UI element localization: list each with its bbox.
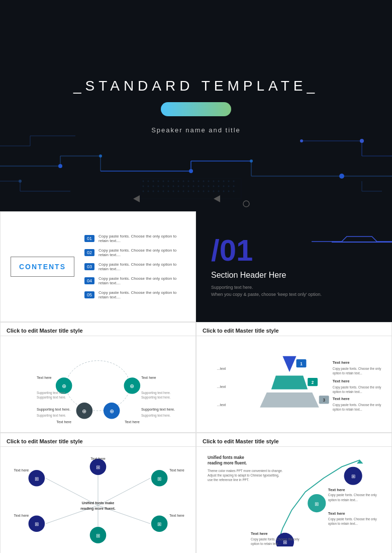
- svg-point-53: [208, 186, 210, 187]
- list-item: 04 Copy paste fonts. Choose the only opt…: [84, 276, 185, 285]
- flow-svg: ⊞ ⊞ ⊞ ⊞ ⊞ Unified fonts make reading mor…: [6, 451, 190, 546]
- svg-text:reading more fluent.: reading more fluent.: [208, 461, 247, 465]
- svg-text:Copy paste fonts. Choose the o: Copy paste fonts. Choose the only: [328, 493, 377, 497]
- svg-text:Text here: Text here: [169, 513, 184, 518]
- slide-7-title: Click to edit Master title style: [197, 433, 391, 447]
- svg-text:⊞: ⊞: [157, 476, 161, 482]
- svg-point-13: [250, 160, 253, 163]
- svg-text:⊕: ⊕: [130, 383, 134, 389]
- svg-point-12: [189, 169, 193, 173]
- svg-point-51: [198, 186, 200, 187]
- hero-pill: [161, 102, 231, 116]
- svg-point-48: [183, 186, 184, 187]
- svg-text:⊞: ⊞: [96, 464, 100, 470]
- svg-point-60: [148, 191, 149, 192]
- slide-cycle: Click to edit Master title style ⊕ ⊕ ⊕: [0, 322, 196, 433]
- svg-point-67: [183, 191, 184, 192]
- main-grid: _STANDARD TEMPLATE_ Speaker name and tit…: [0, 0, 392, 553]
- item-text: Copy paste fonts. Choose the only option…: [99, 290, 185, 299]
- hero-subtitle: Speaker name and title: [151, 126, 241, 134]
- svg-text:⊞: ⊞: [157, 521, 161, 527]
- contents-list: 01 Copy paste fonts. Choose the only opt…: [84, 234, 185, 299]
- slide-flow: Click to edit Master title style ⊞ ⊞ ⊞: [0, 433, 196, 553]
- svg-point-76: [228, 191, 230, 192]
- svg-point-50: [193, 186, 194, 187]
- slide-pyramid: Click to edit Master title style ...text…: [196, 322, 392, 433]
- svg-point-34: [208, 181, 210, 182]
- svg-point-59: [143, 191, 144, 192]
- svg-point-21: [143, 181, 144, 182]
- svg-point-43: [158, 186, 159, 187]
- svg-point-75: [223, 191, 225, 192]
- svg-text:Text here: Text here: [333, 360, 350, 365]
- arrow-svg: Unified fonts make reading more fluent. …: [202, 451, 386, 546]
- svg-point-36: [218, 181, 220, 182]
- svg-point-68: [188, 191, 189, 192]
- svg-text:Unified fonts make: Unified fonts make: [208, 455, 244, 460]
- svg-text:⊕: ⊕: [82, 408, 86, 414]
- hero-title: _STANDARD TEMPLATE_: [73, 78, 319, 94]
- svg-text:⊞: ⊞: [315, 501, 319, 507]
- svg-point-10: [58, 164, 62, 168]
- svg-point-28: [178, 181, 179, 182]
- item-number: 02: [84, 249, 94, 256]
- svg-text:Supporting text here.: Supporting text here.: [141, 407, 175, 412]
- svg-text:Copy paste fonts. Choose the o: Copy paste fonts. Choose the only: [328, 517, 377, 521]
- item-text: Copy paste fonts. Choose the only option…: [99, 262, 185, 271]
- svg-point-46: [173, 186, 174, 187]
- svg-point-24: [158, 181, 159, 182]
- svg-text:Text here: Text here: [328, 511, 345, 516]
- svg-point-90: [66, 361, 130, 411]
- svg-point-54: [213, 186, 215, 187]
- svg-text:⊞: ⊞: [35, 521, 39, 527]
- svg-text:Unified fonts make: Unified fonts make: [82, 501, 115, 505]
- svg-point-26: [168, 181, 169, 182]
- svg-point-39: [233, 181, 235, 182]
- section-title: Section Header Here: [211, 271, 377, 280]
- list-item: 05 Copy paste fonts. Choose the only opt…: [84, 290, 185, 299]
- section-decoration: [312, 226, 392, 247]
- svg-point-42: [153, 186, 154, 187]
- svg-point-57: [228, 186, 230, 187]
- svg-point-29: [183, 181, 184, 182]
- svg-text:use the reference line in PPT.: use the reference line in PPT.: [208, 478, 249, 482]
- svg-point-81: [300, 139, 303, 142]
- svg-point-71: [203, 191, 205, 192]
- svg-text:Supporting text here.: Supporting text here.: [141, 396, 171, 400]
- svg-text:Supporting text here.: Supporting text here.: [37, 391, 66, 395]
- list-item: 01 Copy paste fonts. Choose the only opt…: [84, 234, 185, 243]
- slide-hero: _STANDARD TEMPLATE_ Speaker name and tit…: [0, 0, 392, 211]
- svg-point-31: [193, 181, 194, 182]
- item-number: 03: [84, 263, 94, 270]
- svg-point-82: [360, 139, 364, 143]
- item-number: 05: [84, 291, 94, 298]
- svg-marker-120: [260, 392, 319, 408]
- svg-text:Supporting text here.: Supporting text here.: [37, 414, 66, 418]
- svg-text:Copy paste fonts. Choose the o: Copy paste fonts. Choose the only: [333, 385, 381, 389]
- svg-point-55: [218, 186, 220, 187]
- svg-point-89: [243, 201, 249, 207]
- svg-text:Theme color makes PPT more con: Theme color makes PPT more convenient to…: [208, 469, 283, 473]
- svg-point-14: [339, 174, 344, 179]
- svg-text:Adjust the spacing to adapt to: Adjust the spacing to adapt to Chinese t…: [208, 473, 279, 478]
- svg-text:...text: ...text: [217, 366, 226, 371]
- svg-point-49: [188, 186, 189, 187]
- svg-point-66: [178, 191, 179, 192]
- svg-text:Text here: Text here: [333, 397, 350, 401]
- item-number: 04: [84, 277, 94, 284]
- svg-text:Copy paste fonts. Choose the o: Copy paste fonts. Choose the only: [251, 537, 300, 541]
- svg-text:Text here: Text here: [333, 379, 350, 383]
- list-item: 02 Copy paste fonts. Choose the only opt…: [84, 248, 185, 257]
- svg-text:Text here: Text here: [125, 420, 140, 424]
- slide-6-title: Click to edit Master title style: [1, 433, 195, 447]
- svg-point-77: [233, 191, 235, 192]
- cycle-svg: ⊕ ⊕ ⊕ ⊕ Text here Supporting text here. …: [6, 340, 190, 426]
- svg-point-35: [213, 181, 215, 182]
- slide-4-content: ⊕ ⊕ ⊕ ⊕ Text here Supporting text here. …: [1, 336, 195, 430]
- svg-point-73: [213, 191, 215, 192]
- svg-rect-20: [141, 179, 241, 199]
- svg-text:...text: ...text: [217, 403, 226, 407]
- svg-text:...text: ...text: [217, 384, 226, 389]
- slide-6-content: ⊞ ⊞ ⊞ ⊞ ⊞ Unified fonts make reading mor…: [1, 447, 195, 550]
- item-text: Copy paste fonts. Choose the only option…: [99, 248, 185, 257]
